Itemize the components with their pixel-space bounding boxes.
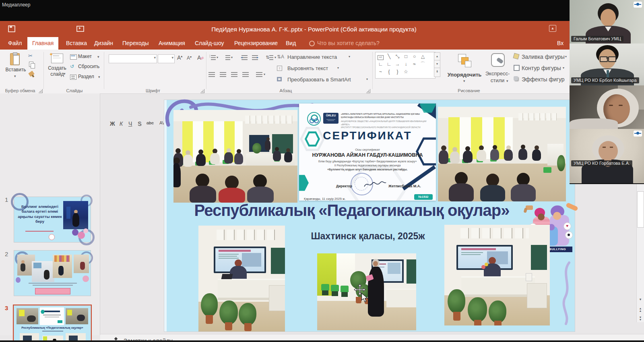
font-dialog-launcher-icon[interactable] [200, 89, 204, 93]
next-slide-icon[interactable]: ▼▼ [637, 316, 644, 321]
photo-presentation-right[interactable] [444, 225, 550, 325]
shape-elbow-icon[interactable]: ∟ [376, 60, 385, 68]
slide-scrollbar[interactable]: ▾ ▲▲ ▼▼ [636, 183, 644, 322]
slide-canvas[interactable]: ÖRLEU «ӨРЛЕУ» БІЛІКТІЛІКТІ АРТТЫРУ ҰЛТТЫ… [164, 100, 575, 332]
strikethrough-button[interactable]: abc [147, 120, 154, 125]
decrease-indent-button[interactable]: ◂ [242, 55, 248, 60]
convert-smartart-button[interactable]: Преобразовать в SmartArt ▾ [277, 77, 372, 83]
reset-button[interactable]: ↺ Сбросить [70, 64, 102, 71]
photo-classroom-circle-left[interactable] [173, 110, 297, 203]
scrollbar-thumb[interactable] [637, 191, 644, 228]
photo-presenter-standing[interactable] [317, 253, 416, 330]
shape-right-arrow-icon[interactable]: → [393, 60, 402, 68]
participant-video-4[interactable]: УМЦ РО КО Горбатова Е.А. [570, 129, 644, 184]
line-spacing-button[interactable]: ⇅▾ [266, 55, 274, 60]
tab-home[interactable]: Главная [27, 37, 58, 50]
photo-classroom-circle-right[interactable] [438, 107, 566, 201]
certificate-image[interactable]: ÖRLEU «ӨРЛЕУ» БІЛІКТІЛІКТІ АРТТЫРУ ҰЛТТЫ… [299, 104, 436, 201]
align-center-button[interactable] [220, 72, 227, 77]
text-direction-button[interactable]: ⇅A Направление текста ▾ [277, 54, 365, 60]
slide-1-thumbnail[interactable]: Буллинг әлеміндегі балаға ертегі әлемі а… [14, 197, 91, 242]
tell-me-box[interactable]: Что вы хотите сделать? [312, 37, 384, 50]
sign-in-label[interactable]: Вх [552, 37, 568, 50]
clear-formatting-button[interactable]: A [197, 54, 201, 61]
shapes-gallery[interactable]: A≡╲⤡□○△∟∟→↓≈⌒~{}☆ [375, 52, 436, 79]
slide-thumbnail-panel: 1 Буллинг әлеміндегі балаға ертегі әлемі… [0, 93, 100, 335]
text-shadow-button[interactable]: S [138, 120, 141, 127]
tab-design[interactable]: Дизайн [89, 37, 118, 50]
ribbon-display-options-icon[interactable]: ▲ [549, 25, 556, 32]
arrange-button[interactable]: Упорядочить ▾ [446, 52, 483, 87]
tab-transitions[interactable]: Переходы [118, 37, 154, 50]
increase-indent-button[interactable]: ▸ [252, 55, 258, 60]
slide-subtitle[interactable]: Шахтинск қаласы, 2025ж [303, 231, 432, 242]
align-left-button[interactable] [208, 72, 215, 77]
tab-view[interactable]: Вид [281, 37, 301, 50]
font-name-combobox[interactable] [109, 54, 157, 63]
shape-fill-button[interactable]: Заливка фигуры ▾ [514, 54, 570, 60]
participant-1-logo-icon [634, 2, 642, 8]
section-button[interactable]: Раздел ▾ [70, 74, 102, 81]
participant-video-2[interactable]: УМЦ РО КО Ербол Койшыгара [570, 44, 644, 86]
shape-brace-left-icon[interactable]: { [385, 68, 393, 76]
align-text-button[interactable]: ↕ Выровнять текст ▾ [277, 65, 365, 72]
bullets-button[interactable]: ⁞ ▾ [209, 55, 216, 60]
shape-scribble-icon[interactable]: ≈ [410, 60, 419, 68]
shape-textbox-icon[interactable]: A≡ [376, 53, 385, 60]
bottom-edge-bar [0, 340, 644, 342]
slide-title[interactable]: Республикалық «Педагогикалық оқулар» [175, 201, 529, 220]
shape-line-icon[interactable]: ╲ [385, 53, 393, 60]
tab-review[interactable]: Рецензирование [229, 37, 283, 50]
shape-curve-icon[interactable]: ~ [376, 68, 385, 76]
font-group-label: Шрифт [133, 88, 173, 93]
notes-collapse-icon[interactable] [114, 337, 118, 340]
paste-button[interactable]: Вставить ▾ [4, 52, 27, 87]
tab-file[interactable]: Файл [3, 37, 27, 50]
format-painter-icon[interactable] [28, 70, 35, 77]
cut-icon[interactable]: ✂ [28, 53, 33, 59]
shape-arc-icon[interactable]: ⌒ [419, 60, 427, 68]
save-icon[interactable] [8, 25, 15, 32]
scroll-down-icon[interactable]: ▾ [637, 297, 644, 301]
previous-slide-icon[interactable]: ▲▲ [637, 307, 644, 312]
italic-button[interactable]: К [120, 120, 123, 127]
shape-rectangle-icon[interactable]: □ [402, 53, 410, 60]
participant-video-3[interactable] [570, 85, 644, 130]
start-slideshow-icon[interactable] [76, 26, 84, 32]
slide-2-thumbnail[interactable] [14, 251, 91, 296]
shape-outline-button[interactable]: Контур фигуры ▾ [514, 65, 570, 72]
font-size-combobox[interactable] [158, 54, 175, 63]
shapes-scroll-up-icon[interactable]: ▴ [434, 52, 440, 61]
shape-oval-icon[interactable]: ○ [410, 53, 419, 60]
bold-button[interactable]: Ж [110, 120, 115, 127]
new-slide-button[interactable]: ✦ Создать слайд ▾ [46, 52, 68, 87]
tab-insert[interactable]: Вставка [61, 37, 92, 50]
columns-button[interactable]: ▾ [256, 72, 263, 77]
slide-3-thumbnail[interactable]: Республикалық «Педагогикалық оқулар» [14, 306, 91, 342]
tab-animations[interactable]: Анимация [154, 37, 190, 50]
justify-button[interactable] [242, 72, 249, 77]
shape-brace-right-icon[interactable]: } [393, 68, 402, 76]
shapes-more-icon[interactable]: ⇟ [434, 68, 440, 77]
numbering-button[interactable]: ▾ [224, 55, 230, 60]
shape-down-arrow-icon[interactable]: ↓ [402, 60, 410, 68]
participant-video-1[interactable]: Галым Болатович УМЦ [570, 0, 644, 44]
layout-button[interactable]: Макет ▾ [70, 54, 102, 61]
grow-font-button[interactable]: A▴ [177, 54, 182, 61]
clipboard-dialog-launcher-icon[interactable] [39, 89, 43, 93]
shape-triangle-icon[interactable]: △ [419, 53, 427, 60]
align-right-button[interactable] [231, 72, 238, 77]
shrink-font-button[interactable]: A▾ [187, 55, 192, 61]
photo-presentation-left[interactable] [198, 226, 285, 332]
shape-star-icon[interactable]: ☆ [402, 68, 410, 76]
shape-arrow-icon[interactable]: ⤡ [393, 53, 402, 60]
paragraph-dialog-launcher-icon[interactable] [366, 89, 370, 93]
thumbs-down-icon [524, 205, 533, 213]
tab-slideshow[interactable]: Слайд-шоу [190, 37, 229, 50]
copy-icon[interactable] [29, 62, 33, 67]
shape-elbow-arrow-icon[interactable]: ∟ [385, 60, 393, 68]
shape-effects-button[interactable]: Эффекты фигур [514, 76, 570, 83]
underline-button[interactable]: Ч [128, 120, 132, 127]
quick-styles-button[interactable]: Экспресс-стили ▾ [482, 52, 513, 87]
shapes-scroll-down-icon[interactable]: ▾ [434, 60, 440, 68]
